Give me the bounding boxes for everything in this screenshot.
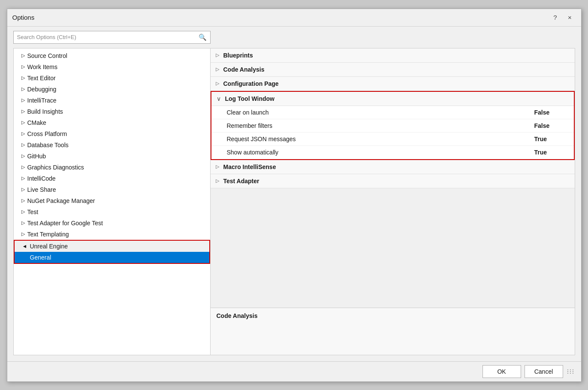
prop-row-show-automatically[interactable]: Show automatically True bbox=[211, 146, 574, 159]
help-button[interactable]: ? bbox=[549, 12, 561, 23]
sidebar-item-nuget[interactable]: ▷ NuGet Package Manager bbox=[14, 195, 210, 206]
left-list: ▷ Source Control ▷ Work Items ▷ Text Edi… bbox=[14, 48, 210, 355]
section-code-analysis[interactable]: ▷ Code Analysis bbox=[211, 63, 575, 77]
sidebar-item-graphics-diagnostics[interactable]: ▷ Graphics Diagnostics bbox=[14, 162, 210, 173]
expand-arrow-icon: ∨ bbox=[217, 95, 221, 102]
section-label: Macro IntelliSense bbox=[223, 163, 276, 170]
bottom-info-title: Code Analysis bbox=[217, 312, 569, 319]
sidebar-item-cross-platform[interactable]: ▷ Cross Platform bbox=[14, 128, 210, 139]
sidebar-item-label: Cross Platform bbox=[27, 130, 67, 137]
prop-name: Request JSON messages bbox=[227, 136, 534, 142]
arrow-icon: ▷ bbox=[21, 175, 25, 181]
sidebar-item-label: Source Control bbox=[27, 52, 67, 59]
arrow-icon: ▷ bbox=[21, 220, 25, 226]
ok-button[interactable]: OK bbox=[482, 365, 521, 378]
arrow-icon: ▷ bbox=[21, 164, 25, 170]
arrow-icon: ▷ bbox=[21, 97, 25, 103]
sidebar-item-label: Build Insights bbox=[27, 108, 63, 115]
section-properties: Clear on launch False Remember filters F… bbox=[211, 106, 574, 159]
section-blueprints[interactable]: ▷ Blueprints bbox=[211, 48, 575, 63]
arrow-icon: ▷ bbox=[21, 153, 25, 159]
section-test-adapter[interactable]: ▷ Test Adapter bbox=[211, 174, 575, 188]
prop-value: False bbox=[534, 109, 569, 116]
sidebar-item-database-tools[interactable]: ▷ Database Tools bbox=[14, 139, 210, 151]
section-log-tool-window: ∨ Log Tool Window Clear on launch False … bbox=[211, 91, 575, 160]
prop-value: False bbox=[534, 122, 569, 129]
prop-name: Remember filters bbox=[227, 122, 534, 129]
search-placeholder: Search Options (Ctrl+E) bbox=[17, 34, 76, 40]
right-panel: ▷ Blueprints ▷ Code Analysis ▷ Configura… bbox=[211, 48, 575, 355]
sidebar-item-build-insights[interactable]: ▷ Build Insights bbox=[14, 106, 210, 117]
sidebar-item-label: Text Editor bbox=[27, 75, 56, 82]
sidebar-item-label: IntelliCode bbox=[27, 175, 56, 182]
section-arrow-icon: ▷ bbox=[216, 52, 219, 58]
sidebar-item-test[interactable]: ▷ Test bbox=[14, 206, 210, 218]
search-box[interactable]: Search Options (Ctrl+E) 🔍 bbox=[13, 31, 211, 44]
bottom-info-panel: Code Analysis bbox=[211, 308, 575, 355]
prop-row-remember-filters[interactable]: Remember filters False bbox=[211, 119, 574, 133]
sidebar-item-label: General bbox=[30, 254, 51, 261]
arrow-icon: ▷ bbox=[21, 109, 25, 114]
sidebar-item-label: Unreal Engine bbox=[30, 243, 68, 250]
expand-arrow-icon: ◄ bbox=[22, 243, 27, 249]
arrow-icon: ▷ bbox=[21, 86, 25, 92]
section-label: Code Analysis bbox=[223, 66, 265, 73]
close-button[interactable]: × bbox=[564, 12, 576, 23]
section-configuration-page[interactable]: ▷ Configuration Page bbox=[211, 77, 575, 91]
arrow-icon: ▷ bbox=[21, 187, 25, 192]
resize-handle[interactable] bbox=[567, 369, 575, 375]
section-label: Test Adapter bbox=[223, 178, 259, 184]
cancel-button[interactable]: Cancel bbox=[525, 365, 563, 378]
sidebar-item-text-templating[interactable]: ▷ Text Templating bbox=[14, 229, 210, 240]
title-bar: Options ? × bbox=[7, 9, 581, 27]
sidebar-item-label: GitHub bbox=[27, 153, 46, 160]
arrow-icon: ▷ bbox=[21, 142, 25, 148]
prop-value: True bbox=[534, 149, 569, 156]
section-arrow-icon: ▷ bbox=[216, 178, 219, 184]
sidebar-item-label: Work Items bbox=[27, 63, 58, 70]
options-dialog: Options ? × Search Options (Ctrl+E) 🔍 ▷ … bbox=[7, 9, 582, 382]
sidebar-item-test-adapter-google[interactable]: ▷ Test Adapter for Google Test bbox=[14, 218, 210, 229]
prop-row-request-json[interactable]: Request JSON messages True bbox=[211, 133, 574, 146]
arrow-icon: ▷ bbox=[21, 131, 25, 136]
left-panel: ▷ Source Control ▷ Work Items ▷ Text Edi… bbox=[13, 48, 211, 355]
arrow-icon: ▷ bbox=[21, 75, 25, 81]
search-icon: 🔍 bbox=[199, 33, 207, 41]
arrow-icon: ▷ bbox=[21, 231, 25, 237]
sidebar-item-label: Test bbox=[27, 209, 39, 215]
sidebar-item-text-editor[interactable]: ▷ Text Editor bbox=[14, 73, 210, 84]
section-label: Log Tool Window bbox=[225, 95, 274, 102]
prop-name: Show automatically bbox=[227, 149, 534, 156]
prop-name: Clear on launch bbox=[227, 109, 534, 116]
dialog-title: Options bbox=[12, 14, 35, 21]
sidebar-item-label: Debugging bbox=[27, 86, 57, 93]
arrow-icon: ▷ bbox=[21, 64, 25, 70]
sidebar-item-label: IntelliTrace bbox=[27, 97, 57, 104]
content-area: ▷ Source Control ▷ Work Items ▷ Text Edi… bbox=[13, 48, 575, 355]
sidebar-item-unreal-engine[interactable]: ◄ Unreal Engine bbox=[15, 241, 209, 252]
sidebar-item-source-control[interactable]: ▷ Source Control bbox=[14, 50, 210, 61]
sidebar-item-work-items[interactable]: ▷ Work Items bbox=[14, 61, 210, 73]
sidebar-item-debugging[interactable]: ▷ Debugging bbox=[14, 84, 210, 95]
title-bar-buttons: ? × bbox=[549, 12, 576, 23]
section-header-log-tool-window[interactable]: ∨ Log Tool Window bbox=[211, 92, 574, 106]
arrow-icon: ▷ bbox=[21, 120, 25, 125]
sidebar-item-label: Text Templating bbox=[27, 231, 69, 238]
prop-row-clear-on-launch[interactable]: Clear on launch False bbox=[211, 106, 574, 119]
section-macro-intellisense[interactable]: ▷ Macro IntelliSense bbox=[211, 160, 575, 174]
sidebar-item-label: CMake bbox=[27, 119, 46, 126]
sidebar-item-intellitrace[interactable]: ▷ IntelliTrace bbox=[14, 95, 210, 106]
sidebar-item-label: Live Share bbox=[27, 186, 56, 193]
sidebar-item-label: Database Tools bbox=[27, 142, 69, 148]
sidebar-item-general[interactable]: General bbox=[15, 252, 209, 263]
dialog-body: Search Options (Ctrl+E) 🔍 ▷ Source Contr… bbox=[7, 27, 581, 361]
sidebar-item-github[interactable]: ▷ GitHub bbox=[14, 151, 210, 162]
sidebar-item-intellicode[interactable]: ▷ IntelliCode bbox=[14, 173, 210, 184]
sidebar-item-label: NuGet Package Manager bbox=[27, 197, 95, 204]
sidebar-item-cmake[interactable]: ▷ CMake bbox=[14, 117, 210, 128]
sidebar-item-live-share[interactable]: ▷ Live Share bbox=[14, 184, 210, 195]
right-content: ▷ Blueprints ▷ Code Analysis ▷ Configura… bbox=[211, 48, 575, 308]
section-label: Blueprints bbox=[223, 52, 253, 59]
section-arrow-icon: ▷ bbox=[216, 164, 219, 169]
sidebar-item-label: Test Adapter for Google Test bbox=[27, 220, 103, 227]
